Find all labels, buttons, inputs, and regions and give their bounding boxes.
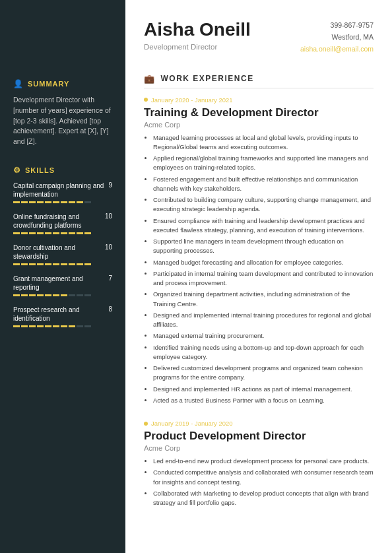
skills-list: Capital campaign planning and implementa… xyxy=(13,181,112,327)
skill-item: Capital campaign planning and implementa… xyxy=(13,181,112,203)
skill-score: 8 xyxy=(108,306,112,313)
summary-title: 👤 Summary xyxy=(13,79,112,88)
skill-item: Donor cultivation and stewardship10 xyxy=(13,244,112,265)
skills-title: ⚙ Skills xyxy=(13,166,112,175)
header-left: Aisha Oneill Development Director xyxy=(144,20,251,51)
job-bullets: Managed learning processes at local and … xyxy=(144,133,374,406)
job-entry: January 2019 - January 2020Product Devel… xyxy=(144,420,374,507)
skill-score: 9 xyxy=(108,181,112,189)
skill-bar xyxy=(13,263,112,265)
skill-score: 10 xyxy=(105,212,112,220)
jobs-list: January 2020 - January 2021Training & De… xyxy=(144,96,374,508)
skills-section: ⚙ Skills Capital campaign planning and i… xyxy=(13,166,112,327)
skill-score: 7 xyxy=(108,275,112,282)
candidate-title: Development Director xyxy=(144,43,251,51)
summary-text: Development Director with [number of yea… xyxy=(13,95,112,147)
candidate-location: Westford, MA xyxy=(300,32,374,44)
work-experience-section: 💼 Work Experience January 2020 - January… xyxy=(144,74,374,508)
skill-name: Online fundraising and crowdfunding plat… xyxy=(13,212,105,230)
bullet-item: Managed learning processes at local and … xyxy=(153,133,374,152)
bullet-item: Designed and implemented HR actions as p… xyxy=(153,385,374,394)
candidate-email: aisha.oneill@email.com xyxy=(300,44,374,55)
bullet-item: Acted as a trusted Business Partner with… xyxy=(153,396,374,405)
bullet-item: Collaborated with Marketing to develop p… xyxy=(153,489,374,508)
bullet-item: Managed external training procurement. xyxy=(153,331,374,341)
resume-header: Aisha Oneill Development Director 399-86… xyxy=(144,20,374,55)
bullet-item: Participated in internal training team d… xyxy=(153,269,374,288)
skill-name: Prospect research and identification xyxy=(13,306,108,323)
job-date: January 2019 - January 2020 xyxy=(144,420,374,427)
job-title: Training & Development Director xyxy=(144,106,374,119)
bullet-item: Fostered engagement and built effective … xyxy=(153,175,374,194)
bullet-item: Identified training needs using a bottom… xyxy=(153,343,374,362)
skill-score: 10 xyxy=(105,244,112,251)
skill-name: Donor cultivation and stewardship xyxy=(13,244,105,261)
candidate-name: Aisha Oneill xyxy=(144,20,251,40)
job-title: Product Development Director xyxy=(144,430,374,443)
skill-name: Grant management and reporting xyxy=(13,275,108,292)
bullet-item: Delivered customized development program… xyxy=(153,364,374,383)
skill-bar xyxy=(13,294,112,296)
skill-item: Prospect research and identification8 xyxy=(13,306,112,327)
candidate-phone: 399-867-9757 xyxy=(300,20,374,32)
briefcase-icon: 💼 xyxy=(144,74,156,84)
summary-section: 👤 Summary Development Director with [num… xyxy=(13,79,112,147)
person-icon: 👤 xyxy=(13,79,24,88)
bullet-item: Supported line managers in team developm… xyxy=(153,237,374,256)
skill-name: Capital campaign planning and implementa… xyxy=(13,181,108,199)
bullet-item: Managed budget forecasting and allocatio… xyxy=(153,258,374,267)
skill-item: Grant management and reporting7 xyxy=(13,275,112,296)
bullet-item: Organized training department activities… xyxy=(153,290,374,309)
job-company: Acme Corp xyxy=(144,121,374,129)
bullet-item: Applied regional/global training framewo… xyxy=(153,154,374,173)
sidebar: 👤 Summary Development Director with [num… xyxy=(0,0,125,553)
skill-bar xyxy=(13,232,112,234)
header-right: 399-867-9757 Westford, MA aisha.oneill@e… xyxy=(300,20,374,55)
main-content: Aisha Oneill Development Director 399-86… xyxy=(125,0,392,553)
job-bullets: Led end-to-end new product development p… xyxy=(144,457,374,507)
skills-icon: ⚙ xyxy=(13,166,21,175)
bullet-item: Conducted competitive analysis and colla… xyxy=(153,468,374,487)
work-experience-title: 💼 Work Experience xyxy=(144,74,374,88)
bullet-item: Led end-to-end new product development p… xyxy=(153,457,374,466)
job-entry: January 2020 - January 2021Training & De… xyxy=(144,96,374,406)
bullet-item: Contributed to building company culture,… xyxy=(153,195,374,214)
skill-bar xyxy=(13,325,112,327)
skill-item: Online fundraising and crowdfunding plat… xyxy=(13,212,112,234)
job-company: Acme Corp xyxy=(144,444,374,452)
bullet-item: Ensured compliance with training and lea… xyxy=(153,216,374,236)
bullet-item: Designed and implemented internal traini… xyxy=(153,311,374,330)
skill-bar xyxy=(13,201,112,203)
job-date: January 2020 - January 2021 xyxy=(144,96,374,104)
